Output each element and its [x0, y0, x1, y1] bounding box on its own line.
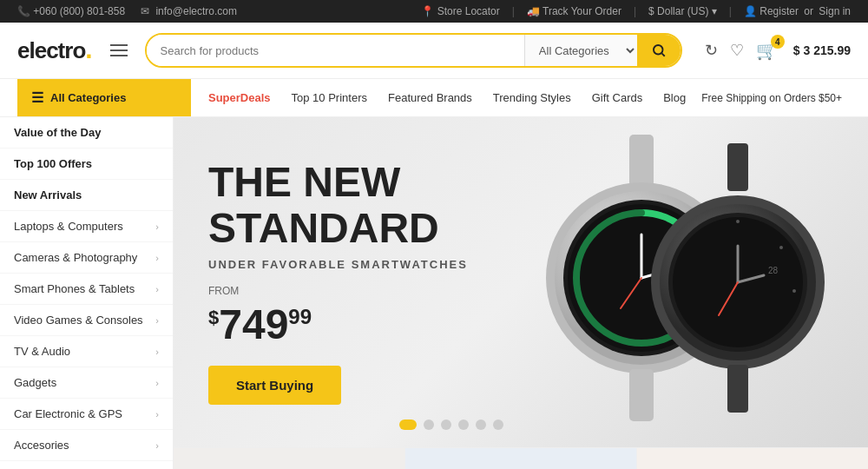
category-select[interactable]: All Categories Smart Phones Tablets Came… [524, 35, 637, 66]
carousel-dot-1[interactable] [399, 419, 417, 430]
svg-text:28: 28 [768, 266, 779, 275]
watches-svg: 28 28 [486, 117, 868, 447]
content-area: THE NEW STANDARD Under Favorable Smartwa… [174, 117, 868, 469]
promo-card-1[interactable]: CATCH BIG DEALS ON THE [174, 448, 405, 469]
track-order-link[interactable]: 🚚 Track Your Order [527, 5, 621, 17]
hero-from-label: FROM [208, 285, 468, 297]
svg-rect-23 [727, 365, 748, 413]
search-input[interactable] [147, 35, 524, 66]
topbar: 📞 +060 (800) 801-858 ✉ info@electro.com … [0, 0, 868, 23]
hero-text: THE NEW STANDARD Under Favorable Smartwa… [208, 160, 468, 406]
dollar-icon: $ [648, 5, 654, 17]
carousel-dot-4[interactable] [458, 419, 469, 430]
header-icons: ↻ ♡ 🛒 4 $ 3 215.99 [705, 40, 851, 61]
hamburger-line3 [110, 55, 128, 56]
truck-icon: 🚚 [527, 5, 540, 17]
sign-in-link[interactable]: Sign in [819, 5, 851, 17]
nav-link-blog[interactable]: Blog [654, 81, 694, 115]
sep1: | [512, 5, 515, 17]
chevron-right-icon: › [155, 315, 159, 326]
hamburger-menu[interactable] [107, 41, 131, 60]
email-info: ✉ info@electro.com [141, 5, 237, 17]
user-icon: 👤 [744, 5, 757, 17]
hero-image: 28 28 [486, 117, 868, 447]
nav-link-trending[interactable]: Trending Styles [484, 81, 580, 115]
main-content: Value of the Day Top 100 Offers New Arri… [0, 117, 868, 469]
svg-point-20 [736, 220, 740, 223]
nav-link-superdeals[interactable]: SuperDeals [200, 81, 279, 115]
chevron-right-icon: › [155, 378, 159, 388]
svg-point-0 [654, 45, 663, 55]
cart-badge: 4 [771, 35, 785, 49]
sidebar-item-car-electronics[interactable]: Car Electronic & GPS › [0, 399, 173, 430]
nav-link-brands[interactable]: Featured Brands [379, 81, 481, 115]
currency-chevron: ▾ [712, 5, 717, 17]
wishlist-button[interactable]: ♡ [730, 41, 744, 60]
location-icon: 📍 [421, 5, 434, 17]
hero-carousel-dots [399, 419, 503, 430]
svg-rect-12 [727, 143, 748, 191]
hamburger-line1 [110, 44, 128, 46]
chevron-right-icon: › [155, 409, 159, 419]
svg-rect-11 [629, 369, 654, 421]
search-icon [651, 43, 667, 58]
sidebar-item-gadgets[interactable]: Gadgets › [0, 367, 173, 399]
carousel-dot-2[interactable] [424, 419, 434, 430]
promo-image-3 [764, 466, 859, 469]
tablet-phone-promo [523, 466, 628, 469]
hero-banner: THE NEW STANDARD Under Favorable Smartwa… [174, 117, 868, 447]
svg-point-21 [779, 246, 783, 249]
logo: electro. [17, 36, 93, 64]
free-shipping-notice: Free Shipping on Orders $50+ [701, 92, 842, 104]
sidebar-item-laptops[interactable]: Laptops & Computers › [0, 211, 173, 242]
chevron-right-icon: › [155, 347, 159, 357]
nav-link-giftcards[interactable]: Gift Cards [583, 81, 652, 115]
carousel-dot-6[interactable] [493, 419, 503, 430]
cart-button[interactable]: 🛒 4 [756, 40, 778, 61]
logo-dot: . [85, 36, 92, 63]
sidebar-item-value-day[interactable]: Value of the Day [0, 117, 173, 149]
promo-row: CATCH BIG DEALS ON THE [174, 447, 868, 469]
cart-price: $ 3 215.99 [793, 43, 851, 57]
currency-selector[interactable]: $ Dollar (US) ▾ [648, 5, 717, 17]
svg-point-22 [792, 289, 796, 293]
sep3: | [729, 5, 732, 17]
store-locator-link[interactable]: 📍 Store Locator [421, 5, 499, 17]
chevron-right-icon: › [155, 221, 159, 232]
promo-card-2[interactable]: TABLETS, SMARTPHONES [405, 448, 637, 469]
all-departments-button[interactable]: ☰ All Categories [17, 79, 191, 116]
logo-text: electro [17, 37, 85, 64]
chevron-right-icon: › [155, 253, 159, 263]
refresh-button[interactable]: ↻ [705, 41, 718, 60]
svg-line-1 [661, 53, 664, 56]
sidebar-item-cameras[interactable]: Cameras & Photography › [0, 242, 173, 274]
search-button[interactable] [637, 35, 681, 66]
sidebar-item-top100[interactable]: Top 100 Offers [0, 149, 173, 180]
hero-cta-button[interactable]: Start Buying [208, 366, 341, 405]
sidebar-item-accessories[interactable]: Accesories › [0, 430, 173, 461]
navigation: ☰ All Categories SuperDeals Top 10 Print… [0, 79, 868, 117]
register-link[interactable]: Register [760, 5, 799, 17]
sidebar: Value of the Day Top 100 Offers New Arri… [0, 117, 174, 469]
topbar-right: 📍 Store Locator | 🚚 Track Your Order | $… [421, 5, 851, 17]
topbar-left: 📞 +060 (800) 801-858 ✉ info@electro.com [17, 5, 237, 17]
hero-subtitle: Under Favorable Smartwatches [208, 258, 468, 271]
hero-price: $74999 [208, 301, 468, 348]
sidebar-item-new-arrivals[interactable]: New Arrivals [0, 180, 173, 211]
svg-rect-2 [629, 135, 654, 187]
auth-section: 👤 Register or Sign in [744, 5, 851, 17]
email-icon: ✉ [141, 5, 149, 17]
sidebar-item-tv-audio[interactable]: TV & Audio › [0, 336, 173, 367]
menu-icon: ☰ [31, 89, 43, 106]
carousel-dot-3[interactable] [441, 419, 451, 430]
sidebar-item-videogames[interactable]: Video Games & Consoles › [0, 305, 173, 336]
hero-title: THE NEW STANDARD [208, 160, 468, 252]
chevron-right-icon: › [155, 440, 159, 451]
sep2: | [634, 5, 636, 17]
nav-link-printers[interactable]: Top 10 Printers [283, 81, 376, 115]
carousel-dot-5[interactable] [476, 419, 486, 430]
promo-card-3[interactable]: SHOP THE HOTTEST [637, 448, 868, 469]
promo-image-2 [523, 466, 628, 469]
sidebar-item-phones[interactable]: Smart Phones & Tablets › [0, 274, 173, 305]
chevron-right-icon: › [155, 284, 159, 294]
